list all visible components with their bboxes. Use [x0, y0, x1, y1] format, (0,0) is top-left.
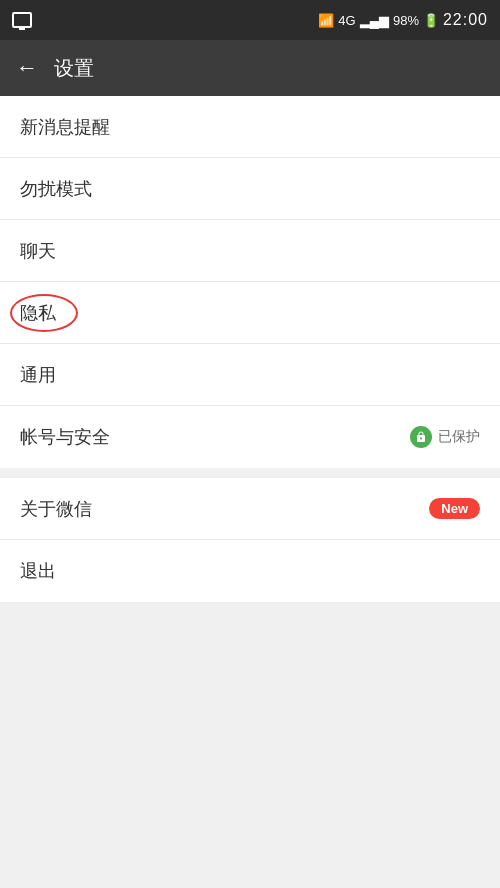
- settings-item-notifications[interactable]: 新消息提醒: [0, 96, 500, 158]
- screen-icon: [12, 12, 32, 28]
- sim-icon: 📶: [318, 13, 334, 28]
- page-title: 设置: [54, 55, 94, 82]
- status-right: 📶 4G ▂▄▆ 98% 🔋 22:00: [318, 11, 488, 29]
- signal-bars: ▂▄▆: [360, 13, 389, 28]
- status-left: [12, 12, 32, 28]
- logout-label: 退出: [20, 559, 56, 583]
- lock-icon: [415, 431, 427, 443]
- header: ← 设置: [0, 40, 500, 96]
- account-right: 已保护: [410, 426, 480, 448]
- settings-item-about-wechat[interactable]: 关于微信 New: [0, 478, 500, 540]
- chat-label: 聊天: [20, 239, 56, 263]
- settings-item-logout[interactable]: 退出: [0, 540, 500, 602]
- battery-icon: 🔋: [423, 13, 439, 28]
- protected-icon: [410, 426, 432, 448]
- dnd-label: 勿扰模式: [20, 177, 92, 201]
- settings-section-main: 新消息提醒 勿扰模式 聊天 隐私 通用 帐号与安全 已保护: [0, 96, 500, 468]
- bottom-area: [0, 602, 500, 888]
- battery-level: 98%: [393, 13, 419, 28]
- protected-text: 已保护: [438, 428, 480, 446]
- general-label: 通用: [20, 363, 56, 387]
- about-wechat-label: 关于微信: [20, 497, 92, 521]
- time-display: 22:00: [443, 11, 488, 29]
- settings-item-account[interactable]: 帐号与安全 已保护: [0, 406, 500, 468]
- status-bar: 📶 4G ▂▄▆ 98% 🔋 22:00: [0, 0, 500, 40]
- settings-item-dnd[interactable]: 勿扰模式: [0, 158, 500, 220]
- account-label: 帐号与安全: [20, 425, 110, 449]
- privacy-label: 隐私: [20, 301, 56, 325]
- notifications-label: 新消息提醒: [20, 115, 110, 139]
- settings-item-privacy[interactable]: 隐私: [0, 282, 500, 344]
- new-badge: New: [429, 498, 480, 519]
- settings-section-about: 关于微信 New 退出: [0, 478, 500, 602]
- settings-item-general[interactable]: 通用: [0, 344, 500, 406]
- section-divider: [0, 468, 500, 478]
- settings-item-chat[interactable]: 聊天: [0, 220, 500, 282]
- network-type: 4G: [338, 13, 355, 28]
- back-button[interactable]: ←: [16, 57, 38, 79]
